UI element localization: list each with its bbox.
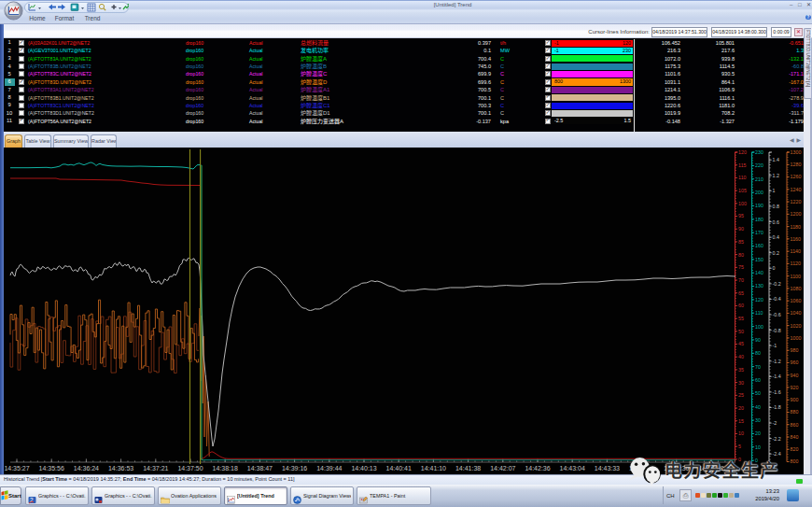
svg-text:100: 100 — [755, 324, 763, 330]
svg-text:1.4: 1.4 — [773, 157, 779, 162]
svg-text:20: 20 — [738, 405, 744, 411]
svg-text:14:39:44: 14:39:44 — [316, 465, 342, 472]
svg-text:50: 50 — [755, 390, 761, 396]
svg-text:1220: 1220 — [791, 199, 802, 204]
svg-text:900: 900 — [791, 397, 799, 402]
svg-text:30: 30 — [755, 417, 761, 423]
svg-text:190: 190 — [755, 203, 763, 208]
svg-text:-1: -1 — [773, 343, 777, 348]
svg-text:160: 160 — [755, 243, 763, 248]
svg-text:75: 75 — [738, 264, 744, 270]
svg-text:14:40:41: 14:40:41 — [386, 465, 412, 472]
svg-text:0.8: 0.8 — [773, 204, 779, 209]
svg-text:840: 840 — [791, 434, 799, 440]
svg-text:1180: 1180 — [791, 224, 801, 230]
svg-text:150: 150 — [755, 257, 763, 262]
svg-text:1.2: 1.2 — [773, 173, 779, 178]
svg-text:45: 45 — [738, 341, 744, 346]
svg-text:1280: 1280 — [791, 162, 802, 167]
svg-text:90: 90 — [755, 337, 761, 343]
svg-text:14:42:36: 14:42:36 — [525, 465, 550, 472]
svg-text:-1.8: -1.8 — [773, 404, 781, 410]
svg-text:1300: 1300 — [791, 149, 802, 155]
svg-text:1020: 1020 — [791, 323, 802, 329]
svg-text:110: 110 — [738, 175, 746, 180]
svg-text:-0.6: -0.6 — [773, 312, 781, 317]
svg-text:1060: 1060 — [791, 298, 802, 303]
svg-text:1120: 1120 — [791, 261, 801, 266]
svg-text:-1.6: -1.6 — [773, 389, 781, 395]
svg-text:14:35:27: 14:35:27 — [4, 465, 29, 472]
svg-text:1160: 1160 — [791, 236, 801, 242]
svg-text:90: 90 — [738, 226, 744, 232]
svg-text:940: 940 — [791, 373, 799, 378]
svg-text:40: 40 — [738, 354, 744, 359]
svg-text:14:37:50: 14:37:50 — [177, 465, 203, 472]
svg-text:20: 20 — [755, 430, 761, 436]
svg-text:-2: -2 — [773, 420, 777, 426]
svg-text:14:41:38: 14:41:38 — [455, 465, 481, 472]
svg-text:14:36:24: 14:36:24 — [74, 465, 99, 472]
svg-text:820: 820 — [791, 446, 799, 452]
svg-text:14:40:13: 14:40:13 — [351, 465, 376, 472]
svg-text:25: 25 — [738, 392, 744, 398]
svg-text:-1.2: -1.2 — [773, 359, 781, 364]
svg-text:120: 120 — [738, 149, 747, 155]
svg-text:60: 60 — [738, 303, 744, 308]
svg-text:10: 10 — [755, 444, 761, 450]
svg-text:960: 960 — [791, 359, 799, 365]
svg-text:0.6: 0.6 — [773, 219, 779, 225]
svg-text:210: 210 — [755, 176, 763, 182]
svg-text:1000: 1000 — [791, 335, 802, 341]
svg-text:920: 920 — [791, 385, 799, 390]
svg-text:180: 180 — [755, 217, 763, 222]
svg-text:1080: 1080 — [791, 286, 802, 291]
svg-text:80: 80 — [755, 350, 761, 356]
svg-text:0: 0 — [773, 265, 776, 271]
svg-text:1140: 1140 — [791, 248, 801, 254]
svg-text:70: 70 — [755, 364, 761, 370]
svg-text:65: 65 — [738, 290, 744, 296]
svg-text:40: 40 — [755, 404, 761, 410]
svg-text:-0.4: -0.4 — [773, 296, 781, 302]
svg-text:80: 80 — [738, 252, 744, 258]
svg-text:1260: 1260 — [791, 174, 802, 179]
svg-text:85: 85 — [738, 239, 744, 245]
svg-text:-0.8: -0.8 — [773, 328, 781, 333]
svg-text:14:35:56: 14:35:56 — [39, 465, 64, 472]
svg-text:980: 980 — [791, 347, 799, 353]
svg-text:-1.4: -1.4 — [773, 373, 781, 379]
svg-text:-0.2: -0.2 — [773, 281, 781, 287]
svg-text:120: 120 — [755, 297, 763, 303]
svg-text:140: 140 — [755, 270, 763, 275]
svg-text:110: 110 — [755, 310, 763, 316]
svg-text:35: 35 — [738, 367, 744, 373]
svg-text:15: 15 — [738, 418, 744, 424]
svg-text:-2.2: -2.2 — [773, 436, 781, 442]
svg-text:170: 170 — [755, 230, 763, 235]
svg-text:115: 115 — [738, 162, 746, 168]
svg-text:1200: 1200 — [791, 211, 802, 217]
svg-text:0.4: 0.4 — [773, 234, 779, 240]
svg-text:1040: 1040 — [791, 310, 802, 316]
svg-text:95: 95 — [738, 213, 744, 218]
svg-text:10: 10 — [738, 430, 744, 436]
svg-text:230: 230 — [755, 149, 763, 155]
svg-text:5: 5 — [738, 444, 741, 449]
svg-text:70: 70 — [738, 277, 744, 283]
svg-text:0.2: 0.2 — [773, 250, 779, 256]
svg-text:60: 60 — [755, 377, 761, 383]
svg-text:14:41:10: 14:41:10 — [421, 465, 446, 472]
svg-text:14:38:47: 14:38:47 — [247, 465, 273, 472]
svg-text:14:39:16: 14:39:16 — [282, 465, 307, 472]
svg-text:220: 220 — [755, 162, 763, 168]
svg-text:200: 200 — [755, 190, 763, 195]
svg-text:880: 880 — [791, 409, 799, 415]
svg-text:1100: 1100 — [791, 274, 801, 279]
svg-text:14:38:18: 14:38:18 — [213, 465, 238, 472]
svg-text:1240: 1240 — [791, 187, 802, 192]
svg-text:50: 50 — [738, 329, 744, 334]
svg-text:55: 55 — [738, 316, 744, 321]
svg-text:14:37:21: 14:37:21 — [143, 465, 168, 472]
svg-text:30: 30 — [738, 380, 744, 386]
